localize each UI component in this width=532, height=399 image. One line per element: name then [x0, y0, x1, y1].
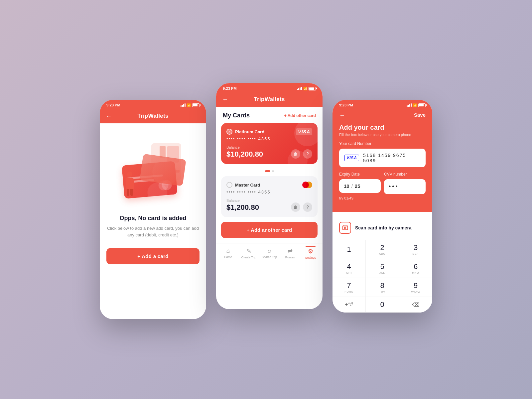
back-button-3[interactable]: ← [339, 112, 345, 119]
scan-text: Scan card info by camera [355, 225, 412, 230]
settings-icon: ⚙ [308, 248, 313, 255]
card-check-1: ✓ [226, 129, 232, 135]
time-3: 9:23 PM [339, 103, 353, 107]
status-bar-2: 9:23 PM 📶 [216, 83, 323, 92]
card-number-display: 5168 1459 9675 5089 [363, 153, 420, 163]
card-item-1[interactable]: ✓ Platinum Card VISA •••• •••• •••• 4355… [221, 123, 318, 164]
key-7[interactable]: 7 PQRS [332, 278, 366, 297]
info-button-1[interactable]: ? [303, 149, 312, 159]
signal-icon-1 [181, 103, 186, 107]
illustration [106, 130, 200, 210]
card-item-2[interactable]: Master Card •••• •••• •••• 4355 Balance … [221, 176, 318, 217]
scan-camera-button[interactable]: Scan card info by camera [332, 216, 432, 240]
cvv-field[interactable]: ••• [384, 179, 426, 194]
keypad: 1 2 ABC 3 DEF 4 GHI [332, 240, 432, 313]
empty-desc: Click below to add a new add card, you c… [106, 225, 200, 238]
key-6[interactable]: 6 MNO [399, 259, 432, 278]
card-check-2 [226, 182, 232, 188]
key-2[interactable]: 2 ABC [366, 240, 399, 259]
card-actions-2: 🗑 ? [291, 202, 312, 212]
battery-icon-2 [309, 87, 316, 90]
balance-label-1: Balance [226, 145, 312, 149]
my-cards-title: My Cards [223, 112, 250, 119]
status-icons-2: 📶 [297, 87, 316, 90]
status-icons-1: 📶 [181, 103, 200, 107]
expiry-year: 25 [355, 183, 360, 189]
app-title-1: TripWallets [137, 113, 168, 119]
nav-search-trip[interactable]: ⌕ Search Trip [259, 247, 280, 259]
wifi-icon-1: 📶 [187, 103, 191, 107]
try-text: try 01/49 [339, 196, 426, 200]
key-9[interactable]: 9 WXYZ [399, 278, 432, 297]
key-5[interactable]: 5 JKL [366, 259, 399, 278]
info-button-2[interactable]: ? [303, 202, 312, 212]
add-card-form: Add your card Fill the box below or use … [332, 124, 432, 212]
phone-1-body: Opps, No card is added Click below to ad… [100, 123, 206, 271]
back-button-1[interactable]: ← [106, 113, 112, 120]
nav-create-trip[interactable]: ✎ Create Trip [238, 247, 259, 259]
card-name-2: Master Card [235, 183, 302, 188]
camera-scan-icon [339, 222, 351, 234]
search-trip-icon: ⌕ [268, 247, 271, 254]
visa-badge: VISA [344, 155, 359, 161]
balance-label-2: Balance [226, 199, 312, 202]
phone-1: 9:23 PM 📶 ← TripWallets [100, 100, 206, 319]
status-bar-3: 9:23 PM 📶 [332, 100, 432, 109]
expiry-label: Expiry Date [339, 172, 381, 177]
bottom-nav: ⌂ Home ✎ Create Trip ⌕ Search Trip ⇌ Rou… [216, 243, 323, 261]
svg-point-1 [344, 227, 346, 229]
add-card-title: Add your card [339, 124, 426, 131]
mastercard-logo [302, 182, 312, 188]
expiry-field[interactable]: 10 / 25 [339, 179, 381, 193]
nav-settings-label: Settings [305, 256, 316, 259]
wifi-icon-3: 📶 [413, 103, 417, 107]
key-4[interactable]: 4 GHI [332, 259, 366, 278]
routes-icon: ⇌ [288, 247, 293, 255]
card-art [120, 137, 186, 203]
key-8[interactable]: 8 TUV [366, 278, 399, 297]
nav-create-label: Create Trip [241, 256, 256, 259]
create-trip-icon: ✎ [246, 247, 251, 255]
status-bar-1: 9:23 PM 📶 [100, 100, 206, 109]
status-icons-3: 📶 [407, 103, 426, 107]
time-1: 9:23 PM [106, 103, 120, 107]
key-delete[interactable]: ⌫ [399, 297, 432, 313]
phones-container: 9:23 PM 📶 ← TripWallets [100, 80, 432, 319]
key-3[interactable]: 3 DEF [399, 240, 432, 259]
app-title-2: TripWallets [254, 96, 285, 103]
add-card-subtitle: Fill the box below or use your camera ph… [339, 133, 426, 137]
card-number-field[interactable]: VISA 5168 1459 9675 5089 [339, 149, 426, 167]
phone-3: 9:23 PM 📶 ← Save [332, 100, 432, 313]
add-another-card-button[interactable]: + Add another card [221, 222, 318, 238]
key-1[interactable]: 1 [332, 240, 366, 259]
dots-indicator [216, 170, 323, 172]
back-button-2[interactable]: ← [222, 96, 228, 103]
nav-routes[interactable]: ⇌ Routes [280, 247, 300, 259]
save-button[interactable]: Save [414, 112, 426, 118]
scan-keypad-section: Scan card info by camera 1 2 ABC 3 DEF [332, 216, 432, 313]
cvv-display: ••• [389, 183, 399, 190]
card-actions-1: 🗑 ? [291, 149, 312, 159]
nav-settings[interactable]: ⚙ Settings [300, 247, 321, 259]
nav-home[interactable]: ⌂ Home [218, 247, 238, 259]
signal-icon-3 [407, 103, 412, 107]
header-1: ← TripWallets [100, 109, 206, 123]
expiry-month: 10 [344, 183, 349, 189]
key-0[interactable]: 0 [366, 297, 399, 313]
header-2: ← TripWallets [216, 92, 323, 107]
nav-routes-label: Routes [285, 256, 295, 259]
cvv-label: CVV number [384, 172, 426, 177]
delete-button-1[interactable]: 🗑 [291, 149, 300, 159]
home-icon: ⌂ [226, 247, 230, 254]
key-symbols[interactable]: +*# [332, 297, 366, 313]
empty-title: Opps, No card is added [119, 215, 186, 222]
battery-icon-1 [192, 103, 200, 107]
delete-button-2[interactable]: 🗑 [291, 202, 300, 212]
signal-icon-2 [297, 87, 302, 90]
phone-2-body: My Cards + Add other card ✓ Platinum Car… [216, 107, 323, 261]
add-other-card-link[interactable]: + Add other card [284, 113, 316, 118]
card-number-label: Your card Number [339, 141, 426, 146]
add-card-header: ← Save [332, 109, 432, 124]
add-card-button[interactable]: + Add a card [106, 248, 200, 264]
wifi-icon-2: 📶 [303, 87, 307, 90]
